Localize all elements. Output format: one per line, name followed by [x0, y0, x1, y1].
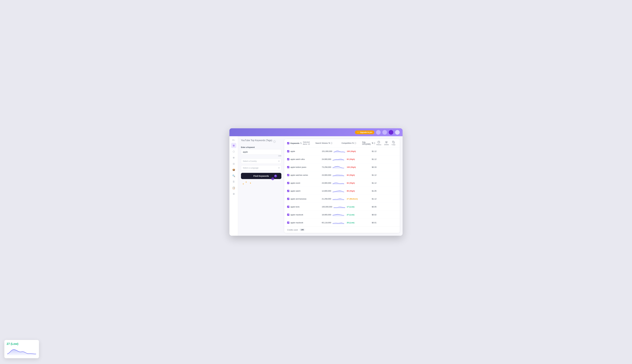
cpc-cell-2: $0.33: [372, 166, 397, 168]
cpc-cell-4: $1.12: [372, 182, 397, 184]
toolbar-icons: History Delete Copy: [376, 141, 397, 146]
cpc-cell-9: $0.01: [372, 222, 397, 224]
row-checkbox-9[interactable]: [287, 222, 289, 224]
history-button[interactable]: History: [376, 141, 381, 146]
selected-count: Selected items: 12: [303, 141, 311, 145]
find-button-label: Find Keywords: [253, 175, 269, 177]
row-checkbox-0[interactable]: [287, 150, 289, 152]
keyword-cell-4: apple event: [287, 182, 322, 184]
find-keywords-button[interactable]: Find Keywords 🔍: [241, 173, 281, 179]
country-dropdown[interactable]: Select a Country ▾: [241, 158, 281, 164]
panel-title: YouTube Top Keywords (Tags): [241, 139, 272, 142]
row-checkbox-7[interactable]: [287, 206, 289, 208]
mini-chart-5: [333, 189, 344, 193]
sort-cpc-icon[interactable]: ⇅: [372, 142, 373, 144]
table-row: apple texts 150,000,000 17 (Low) $0.05: [284, 203, 400, 211]
sidebar: ≡ › ⊞ ⬡ ⊕ ◎ 📦 🔍 🗓: [229, 136, 238, 236]
volume-value-2: 73,258,000: [322, 166, 331, 168]
competition-cell-0: 100 (High): [347, 150, 372, 152]
volume-value-6: 21,258,000: [322, 198, 331, 200]
row-checkbox-1[interactable]: [287, 158, 289, 160]
keyword-cell-0: apple: [287, 150, 322, 152]
volume-cell-5: 12,800,000: [322, 189, 347, 193]
volume-cell-2: 73,258,000: [322, 165, 347, 169]
info-icon[interactable]: i: [273, 140, 276, 143]
row-checkbox-6[interactable]: [287, 198, 289, 200]
competition-label: Competition: [342, 142, 352, 144]
mini-chart-1: [333, 157, 344, 161]
volume-cell-0: 151,000,000: [322, 149, 347, 154]
sidebar-item-docs[interactable]: 📋: [231, 185, 236, 190]
keyword-input[interactable]: [241, 149, 281, 155]
volume-value-9: 65,118,000: [322, 222, 331, 224]
sidebar-item-add[interactable]: ⊕: [231, 155, 236, 160]
cpc-cell-8: $0.02: [372, 214, 397, 216]
box-icon: 📦: [232, 168, 235, 171]
sidebar-item-search[interactable]: 🔍: [231, 173, 236, 178]
mini-chart-7: [334, 204, 345, 209]
delete-button[interactable]: Delete: [384, 141, 389, 146]
copy-button[interactable]: Copy: [392, 141, 395, 146]
keyword-cell-9: apple macbook: [287, 222, 322, 224]
mini-chart-0: [334, 149, 345, 154]
upgrade-button[interactable]: ⚡ Upgrade to pro: [355, 130, 374, 134]
sidebar-item-target[interactable]: ◎: [231, 161, 236, 166]
menu-icon: ≡: [232, 139, 234, 141]
copy-icon: [392, 141, 395, 144]
upgrade-label: Upgrade to pro: [360, 131, 372, 133]
sort-keywords-icon[interactable]: ⇅: [300, 142, 302, 144]
search-volume-header: Search Volume ⇅ i: [312, 142, 336, 144]
competition-cell-2: 100 (High): [347, 166, 372, 168]
sort-comp-icon[interactable]: ⇅: [352, 142, 354, 144]
row-checkbox-5[interactable]: [287, 190, 289, 192]
row-checkbox-3[interactable]: [287, 174, 289, 176]
arrow-icon: ›: [234, 139, 235, 141]
left-panel: YouTube Top Keywords (Tags) i Enter a Ke…: [241, 139, 281, 233]
volume-cell-6: 21,258,000: [322, 197, 347, 201]
competition-header: Competition ⇅ i: [337, 142, 361, 144]
mini-chart-8: [333, 212, 344, 217]
volume-value-8: 18,900,000: [322, 214, 331, 216]
competition-col-header: Competition ⇅ i: [342, 142, 356, 144]
sidebar-item-calendar[interactable]: 🗓: [231, 179, 236, 184]
sort-vol-icon[interactable]: ⇅: [329, 142, 330, 144]
results-top-bar: Keywords ⇅ Selected items: 12 Search Vol…: [284, 139, 400, 147]
sparkles-decoration: ✦ ✦ ✦: [241, 180, 281, 184]
credits-label: Credits used:: [287, 229, 298, 231]
cpc-cell-0: $1.12: [372, 150, 397, 152]
sidebar-item-box[interactable]: 📦: [231, 167, 236, 172]
language-dropdown[interactable]: Select a Language ▾: [241, 165, 281, 170]
target-icon: ◎: [233, 162, 235, 165]
volume-cell-7: 150,000,000: [322, 204, 347, 209]
credits-bar: Credits used: 146: [284, 226, 400, 233]
select-all-checkbox[interactable]: [287, 142, 289, 144]
language-placeholder: Select a Language: [243, 167, 258, 169]
sidebar-item-keywords[interactable]: ⬡: [231, 149, 236, 154]
calendar-icon: 🗓: [233, 180, 235, 183]
volume-value-7: 150,000,000: [322, 206, 332, 208]
table-row: apple watch 12,800,000 86 (High) $1.05: [284, 187, 400, 195]
row-checkbox-8[interactable]: [287, 214, 289, 216]
info-vol-icon[interactable]: i: [331, 142, 333, 144]
table-row: apple 151,000,000 100 (High) $1.12: [284, 147, 400, 155]
info-comp-icon[interactable]: i: [354, 142, 356, 144]
keyword-cell-7: apple texts: [287, 206, 322, 208]
keyword-text-7: apple texts: [290, 206, 299, 208]
volume-cell-4: 24,900,000: [322, 181, 347, 185]
chevron-down-icon-2: ▾: [278, 167, 279, 169]
add-icon: ⊕: [233, 156, 235, 159]
sidebar-item-settings[interactable]: ⚙: [231, 191, 236, 196]
row-checkbox-4[interactable]: [287, 182, 289, 184]
sidebar-toggle[interactable]: ≡ ›: [232, 138, 236, 142]
row-checkbox-2[interactable]: [287, 166, 289, 168]
sidebar-item-grid[interactable]: ⊞: [231, 143, 236, 148]
search-vol-label: Search Volume: [315, 142, 328, 144]
sparkle-3: ✦: [242, 183, 244, 185]
keyword-cell-8: apple macbook: [287, 214, 322, 216]
info-cpc-icon[interactable]: i: [374, 142, 375, 144]
keyword-text-2: apple bottom jeans: [290, 166, 306, 168]
keyword-cell-6: apple and bananas: [287, 198, 322, 200]
title-main: YouTube Top Keywords: [241, 139, 265, 142]
volume-cell-9: 65,118,000: [322, 220, 347, 225]
table-row: apple bottom jeans 73,258,000 100 (High): [284, 163, 400, 171]
